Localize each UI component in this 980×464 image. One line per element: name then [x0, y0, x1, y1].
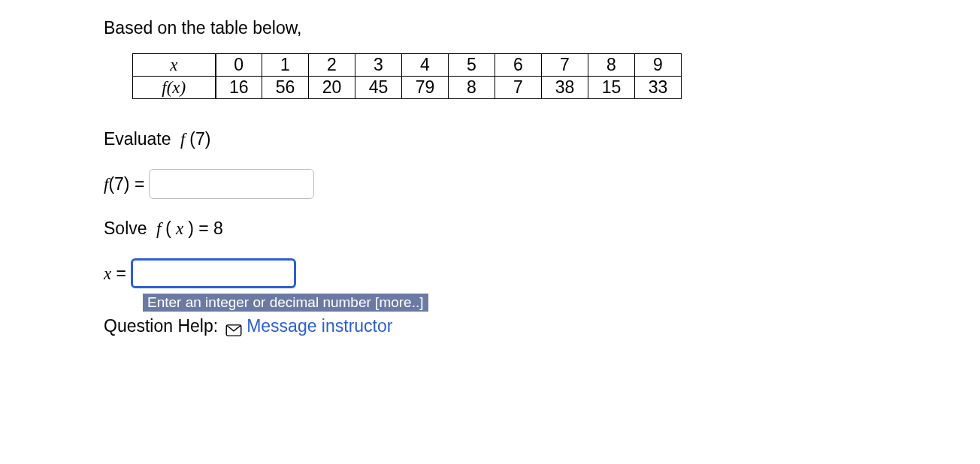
answer-2-label: x =: [104, 264, 126, 284]
table-cell: 20: [309, 77, 355, 99]
answer-1-input[interactable]: [149, 169, 314, 199]
table-cell: 8: [588, 54, 635, 77]
function-table: x 0 1 2 3 4 5 6 7 8 9 f(x) 16 56 20 45 7…: [132, 53, 682, 99]
table-cell: 0: [216, 54, 262, 77]
question-help-label: Question Help:: [104, 316, 218, 336]
table-cell: 7: [495, 77, 542, 99]
answer-1-label: f(7) =: [104, 174, 144, 194]
table-cell: 15: [588, 77, 635, 99]
question-2-label: Solve f(x) = 8: [104, 218, 980, 239]
table-cell: 79: [402, 77, 449, 99]
table-row-x-label: x: [133, 54, 216, 77]
table-cell: 9: [635, 54, 682, 77]
answer-2-input[interactable]: [131, 258, 296, 288]
table-cell: 56: [262, 77, 309, 99]
table-cell: 7: [542, 54, 588, 77]
input-hint[interactable]: Enter an integer or decimal number [more…: [143, 294, 428, 312]
table-cell: 45: [355, 77, 402, 99]
table-cell: 33: [635, 77, 682, 99]
table-cell: 2: [309, 54, 355, 77]
envelope-icon: [225, 321, 242, 333]
table-cell: 8: [449, 77, 495, 99]
table-row-fx-label: f(x): [133, 77, 216, 99]
table-cell: 16: [216, 77, 262, 99]
message-instructor-link[interactable]: Message instructor: [225, 316, 392, 336]
message-instructor-text: Message instructor: [247, 316, 392, 336]
table-cell: 1: [262, 54, 309, 77]
prompt-text: Based on the table below,: [104, 18, 980, 38]
table-cell: 6: [495, 54, 542, 77]
table-cell: 3: [355, 54, 402, 77]
table-cell: 5: [449, 54, 495, 77]
table-cell: 38: [542, 77, 588, 99]
table-cell: 4: [402, 54, 449, 77]
question-1-label: Evaluate f(7): [104, 129, 980, 149]
